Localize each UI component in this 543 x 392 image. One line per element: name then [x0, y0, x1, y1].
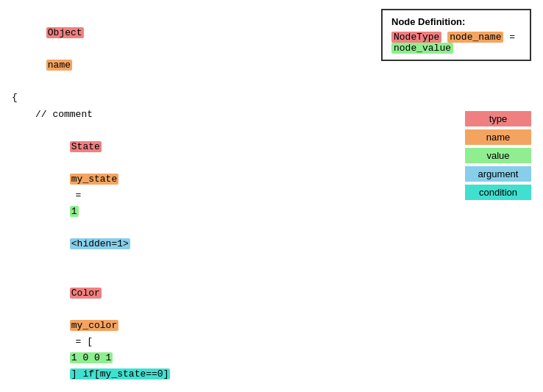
node-def-line: NodeType node_name = node_value	[391, 32, 521, 54]
name-my-color: my_color	[70, 320, 118, 331]
keyword-object: Object	[46, 27, 84, 38]
val-1: 1	[70, 206, 79, 217]
legend-argument: argument	[465, 166, 531, 182]
legend-name: name	[465, 129, 531, 145]
legend-value: value	[465, 148, 531, 163]
name-my-state: my_state	[70, 174, 118, 185]
legend-type: type	[465, 111, 531, 126]
code-line-4: State my_state = 1 <hidden=1>	[12, 123, 369, 269]
legend: type name value argument condition	[381, 111, 531, 200]
node-def-title: Node Definition:	[391, 16, 521, 27]
code-line-2: {	[12, 90, 369, 106]
right-panel: Node Definition: NodeType node_name = no…	[375, 6, 537, 392]
cond-state0: ] if[my_state==0]	[70, 368, 171, 379]
object-name: name	[46, 60, 72, 71]
node-type-label: NodeType	[391, 32, 441, 43]
legend-condition: condition	[465, 185, 531, 200]
code-line-3: // comment	[12, 107, 369, 123]
val-color: 1 0 0 1	[70, 352, 113, 363]
arg-hidden: <hidden=1>	[70, 238, 130, 249]
kw-state: State	[70, 141, 102, 152]
main-container: Object name { // comment State my_state …	[0, 0, 543, 392]
kw-color: Color	[70, 288, 102, 299]
code-text	[46, 43, 52, 54]
node-definition-box: Node Definition: NodeType node_name = no…	[381, 9, 531, 61]
node-name-label: node_name	[447, 32, 503, 43]
code-line-1: Object name	[12, 9, 369, 90]
node-value-label: node_value	[391, 43, 453, 54]
code-line-5: Color my_color = [ 1 0 0 1 ] if[my_state…	[12, 269, 369, 393]
code-panel: Object name { // comment State my_state …	[6, 6, 375, 392]
